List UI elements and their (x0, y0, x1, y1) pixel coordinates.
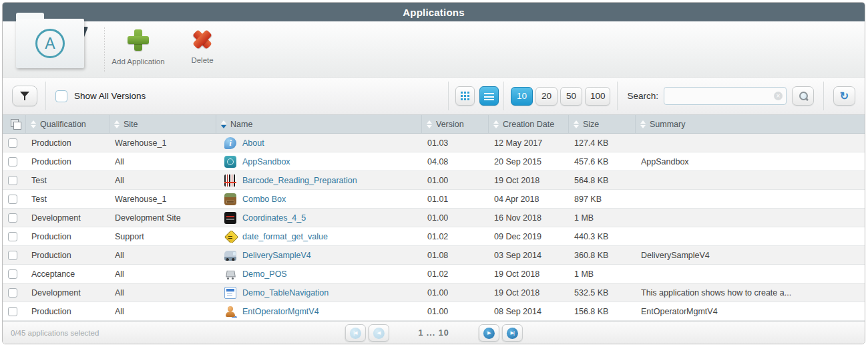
add-application-button[interactable]: Add Application (101, 28, 175, 66)
delete-x-icon (191, 28, 214, 51)
app-name-link[interactable]: DeliverySampleV4 (242, 251, 311, 260)
row-checkbox[interactable] (8, 269, 17, 279)
column-header-size[interactable]: Size (569, 115, 636, 133)
search-label: Search: (627, 91, 658, 101)
filter-bar: Show All Versions 10 20 50 100 Search: ×… (3, 78, 865, 115)
cart-icon (224, 268, 236, 280)
column-header-site[interactable]: Site (110, 115, 216, 133)
page-size-10-button[interactable]: 10 (511, 87, 533, 106)
version-cell: 01.08 (422, 251, 489, 260)
next-page-button[interactable]: ▶ (479, 324, 499, 342)
select-all-header[interactable] (3, 115, 26, 133)
footer: 0/45 applications selected |◀ ◀ 1 ... 10… (3, 321, 865, 344)
page-size-100-button[interactable]: 100 (585, 87, 611, 106)
grid-icon (461, 92, 469, 100)
version-cell: 01.00 (422, 307, 489, 316)
toolbar: A Add Application Delete (3, 21, 865, 78)
app-name-link[interactable]: Barcode_Reading_Preparation (242, 176, 357, 185)
search-box: × (664, 87, 787, 105)
row-checkbox[interactable] (8, 195, 17, 204)
clear-search-icon[interactable]: × (774, 92, 783, 100)
table-row[interactable]: Test All Barcode_Reading_Preparation 01.… (3, 171, 865, 190)
coordinates-app-icon (224, 212, 236, 224)
app-name-link[interactable]: AppSandbox (242, 157, 290, 166)
show-all-versions-checkbox[interactable] (55, 90, 67, 102)
app-window: Applications A Add Application Delete Sh… (2, 2, 865, 344)
first-page-button[interactable]: |◀ (345, 324, 365, 342)
creation-date-cell: 19 Oct 2018 (489, 288, 569, 298)
app-name-link[interactable]: date_format_get_value (242, 232, 328, 241)
table-row[interactable]: Production Support date_format_get_value… (3, 227, 865, 246)
table-document-icon (224, 287, 236, 299)
app-name-link[interactable]: About (242, 138, 264, 148)
row-checkbox[interactable] (8, 157, 17, 166)
person-icon (224, 306, 236, 318)
roadsign-icon (224, 231, 236, 243)
funnel-icon (20, 92, 29, 100)
sort-arrows-icon (493, 120, 499, 128)
select-all-icon[interactable] (11, 119, 21, 130)
table-row[interactable]: Development Development Site Coordinates… (3, 209, 865, 227)
truck-icon (224, 251, 236, 261)
title-bar: Applications (3, 3, 865, 21)
table-row[interactable]: Production All EntOperatorMgmtV4 01.00 0… (3, 302, 865, 321)
previous-page-icon: ◀ (373, 328, 384, 339)
page-title: Applications (403, 7, 464, 18)
version-cell: 01.00 (422, 213, 489, 223)
list-view-button[interactable] (479, 86, 499, 106)
site-cell: Warehouse_1 (110, 195, 216, 204)
version-cell: 01.01 (422, 195, 489, 204)
row-checkbox[interactable] (8, 288, 17, 298)
app-name-link[interactable]: EntOperatorMgmtV4 (242, 307, 319, 316)
size-cell: 564.8 KB (569, 176, 636, 185)
delete-button[interactable]: Delete (166, 28, 239, 64)
table-row[interactable]: Production All AppSandbox 04.08 20 Sep 2… (3, 152, 865, 171)
filter-button[interactable] (12, 86, 37, 106)
size-cell: 127.4 KB (569, 138, 636, 148)
search-input[interactable] (664, 87, 787, 105)
size-cell: 360.8 KB (569, 251, 636, 260)
row-checkbox[interactable] (8, 213, 17, 223)
site-cell: All (110, 157, 216, 166)
table-row[interactable]: Acceptance All Demo_POS 01.02 19 Oct 201… (3, 265, 865, 283)
version-cell: 04.08 (422, 157, 489, 166)
combobox-app-icon (224, 193, 236, 205)
last-page-button[interactable]: ▶| (502, 324, 523, 342)
row-checkbox[interactable] (8, 138, 17, 148)
sort-arrows-icon (31, 120, 36, 128)
creation-date-cell: 19 Oct 2018 (489, 176, 569, 185)
size-cell: 532.5 KB (569, 288, 636, 298)
page-size-50-button[interactable]: 50 (560, 87, 582, 106)
page-size-20-button[interactable]: 20 (535, 87, 558, 106)
column-header-version[interactable]: Version (422, 115, 489, 133)
app-name-link[interactable]: Combo Box (242, 195, 286, 204)
table-row[interactable]: Production Warehouse_1 About 01.03 12 Ma… (3, 134, 865, 152)
row-checkbox[interactable] (8, 307, 17, 316)
folder-letter: A (35, 29, 65, 58)
column-header-name[interactable]: Name (216, 115, 422, 133)
size-cell: 897 KB (569, 195, 636, 204)
creation-date-cell: 16 Nov 2018 (489, 213, 569, 223)
page-range-label: 1 ... 10 (418, 328, 449, 338)
sort-arrows-icon (574, 120, 579, 128)
table-row[interactable]: Production All DeliverySampleV4 01.08 03… (3, 246, 865, 265)
previous-page-button[interactable]: ◀ (368, 324, 389, 342)
app-name-link[interactable]: Demo_POS (242, 269, 287, 279)
row-checkbox[interactable] (8, 251, 17, 260)
creation-date-cell: 20 Sep 2015 (489, 157, 569, 166)
search-button[interactable] (792, 86, 814, 106)
table-row[interactable]: Development All Demo_TableNavigation 01.… (3, 283, 865, 302)
column-header-qualification[interactable]: Qualification (26, 115, 110, 133)
grid-view-button[interactable] (455, 86, 475, 106)
column-header-summary[interactable]: Summary (636, 115, 865, 133)
table-row[interactable]: Test Warehouse_1 Combo Box 01.01 04 Apr … (3, 190, 865, 209)
creation-date-cell: 09 Dec 2019 (489, 232, 569, 241)
column-header-creation-date[interactable]: Creation Date (489, 115, 569, 133)
version-cell: 01.00 (422, 288, 489, 298)
refresh-button[interactable]: ↻ (833, 86, 855, 106)
app-name-link[interactable]: Demo_TableNavigation (242, 288, 329, 298)
sort-arrows-icon-active (221, 120, 226, 128)
row-checkbox[interactable] (8, 176, 17, 185)
app-name-link[interactable]: Coordinates_4_5 (242, 213, 306, 223)
row-checkbox[interactable] (8, 232, 17, 241)
